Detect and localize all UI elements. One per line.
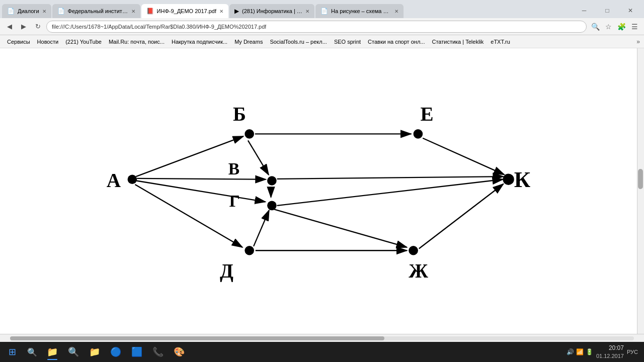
- window-controls: ─ □ ✕: [573, 3, 642, 18]
- nav-bar: ◀ ▶ ↻ file:///C:/Users/1678~1/AppData/Lo…: [0, 18, 644, 35]
- label-v: В: [228, 159, 239, 178]
- taskbar-app-4[interactable]: 🟦: [127, 343, 147, 361]
- bookmark-item[interactable]: Статистика | Teleklik: [429, 37, 487, 47]
- edge-ad: [135, 185, 242, 247]
- bookmark-item[interactable]: Ставки на спорт онл...: [365, 37, 428, 47]
- tab-tab5[interactable]: 📄На рисунке – схема дор...✕: [315, 4, 404, 18]
- label-g: Г: [229, 192, 240, 210]
- node-v: [267, 176, 277, 186]
- edge-dg: [254, 210, 269, 246]
- node-a: [128, 174, 137, 184]
- star-icon[interactable]: ☆: [603, 21, 614, 32]
- node-b: [245, 129, 254, 139]
- bookmark-item[interactable]: SocialTools.ru – рекл...: [267, 37, 330, 47]
- taskbar-app-2[interactable]: 📁: [85, 343, 105, 361]
- speaker-icon[interactable]: 🔊: [567, 348, 574, 355]
- bookmark-item[interactable]: eTXT.ru: [488, 37, 513, 47]
- node-k: [503, 174, 514, 185]
- nav-icons: 🔍 ☆ 🧩 ☰: [590, 21, 640, 32]
- reload-button[interactable]: ↻: [32, 21, 43, 32]
- browser-window: 📄Диалоги✕📄Федеральный институт...✕📕ИНФ-9…: [0, 0, 644, 362]
- label-k: К: [514, 167, 531, 192]
- address-text: file:///C:/Users/1678~1/AppData/Local/Te…: [52, 24, 266, 30]
- clock[interactable]: 20:07 01.12.2017: [596, 344, 624, 359]
- taskbar: ⊞ 🔍 📁🔍📁🔵🟦📞🎨 🔊 📶 🔋 20:07 01.12.2017 РУС: [0, 342, 644, 362]
- maximize-button[interactable]: □: [596, 3, 619, 18]
- tray-icons: 🔊 📶 🔋: [567, 348, 593, 355]
- language-indicator[interactable]: РУС: [627, 349, 638, 355]
- content-area: А Б В Г Е Д Ж К: [0, 48, 644, 334]
- vertical-scrollbar[interactable]: [637, 48, 644, 334]
- node-e: [414, 129, 423, 139]
- bookmarks-bar: СервисыНовости(221) YouTubeMail.Ru: почт…: [0, 35, 644, 48]
- label-e: Е: [421, 103, 434, 125]
- label-a: А: [107, 169, 121, 191]
- taskbar-apps: 📁🔍📁🔵🟦📞🎨: [42, 343, 189, 361]
- tab-tab2[interactable]: 📄Федеральный институт...✕: [52, 4, 140, 18]
- tab-tab1[interactable]: 📄Диалоги✕: [2, 4, 51, 18]
- edge-av: [137, 178, 266, 179]
- taskbar-app-6[interactable]: 🎨: [169, 343, 189, 361]
- edge-gzh: [274, 209, 407, 247]
- edge-gk: [277, 179, 503, 206]
- bookmark-item[interactable]: Накрутка подписчик...: [169, 37, 230, 47]
- bookmark-item[interactable]: Сервисы: [4, 37, 33, 47]
- edge-ek: [423, 138, 504, 175]
- node-g: [267, 201, 277, 211]
- edge-ab: [136, 136, 243, 176]
- horizontal-scrollbar[interactable]: [0, 334, 644, 342]
- tab-tab3[interactable]: 📕ИНФ-9_ДЕМО 2017.pdf✕: [141, 4, 229, 18]
- extension-icon[interactable]: 🧩: [616, 21, 627, 32]
- taskbar-app-5[interactable]: 📞: [148, 343, 168, 361]
- bookmark-item[interactable]: Новости: [34, 37, 62, 47]
- bookmark-item[interactable]: (221) YouTube: [62, 37, 105, 47]
- time-display: 20:07: [596, 344, 624, 352]
- hscrollbar-thumb[interactable]: [10, 336, 384, 340]
- battery-icon: 🔋: [586, 348, 593, 355]
- tab-tab4[interactable]: ▶(281) Информатика | По...✕: [229, 4, 314, 18]
- back-button[interactable]: ◀: [4, 21, 15, 32]
- edge-zhk: [419, 184, 504, 248]
- address-bar[interactable]: file:///C:/Users/1678~1/AppData/Local/Te…: [46, 21, 587, 33]
- node-zh: [409, 246, 418, 255]
- tabs-bar: 📄Диалоги✕📄Федеральный институт...✕📕ИНФ-9…: [0, 0, 644, 18]
- label-b: Б: [233, 103, 246, 125]
- node-d: [245, 246, 254, 255]
- more-bookmarks[interactable]: »: [636, 38, 640, 45]
- date-display: 01.12.2017: [596, 352, 624, 359]
- system-tray: 🔊 📶 🔋 20:07 01.12.2017 РУС: [562, 344, 642, 359]
- forward-button[interactable]: ▶: [18, 21, 29, 32]
- edge-bv: [248, 140, 269, 174]
- bookmark-item[interactable]: Mail.Ru: почта, поис...: [106, 37, 168, 47]
- minimize-button[interactable]: ─: [573, 3, 596, 18]
- search-icon[interactable]: 🔍: [590, 21, 601, 32]
- bookmark-item[interactable]: SEO sprint: [331, 37, 364, 47]
- label-d: Д: [220, 260, 233, 282]
- edge-ag: [136, 181, 265, 202]
- edge-vk: [277, 176, 504, 179]
- search-button[interactable]: 🔍: [23, 343, 41, 360]
- start-button[interactable]: ⊞: [2, 343, 22, 361]
- taskbar-app-3[interactable]: 🔵: [106, 343, 126, 361]
- graph-svg: А Б В Г Е Д Ж К: [0, 48, 644, 334]
- label-zh: Ж: [409, 260, 428, 282]
- network-icon[interactable]: 📶: [576, 348, 584, 355]
- close-button[interactable]: ✕: [619, 3, 642, 18]
- menu-icon[interactable]: ☰: [629, 21, 640, 32]
- taskbar-app-1[interactable]: 🔍: [63, 343, 84, 361]
- bookmark-item[interactable]: My Dreams: [231, 37, 266, 47]
- scrollbar-thumb[interactable]: [638, 169, 643, 189]
- hscrollbar-track: [10, 336, 634, 340]
- taskbar-app-0[interactable]: 📁: [42, 343, 62, 361]
